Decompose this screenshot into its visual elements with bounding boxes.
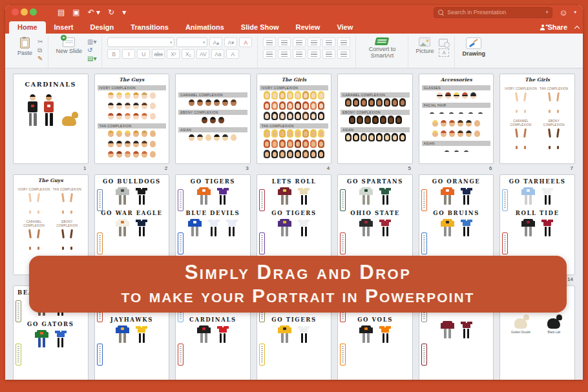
font-size-combo[interactable]: ▾ [176,37,207,47]
gtop [381,221,389,226]
shrink-font-button[interactable]: A▾ [224,37,237,47]
share-button[interactable]: Share [540,23,567,31]
share-person-icon [540,28,545,30]
copy-icon[interactable]: ⧉ [37,47,43,54]
slide-thumbnail-6[interactable]: AccessoriesGLASSESFACIAL HAIRASIAN [419,74,494,164]
align-text-icon[interactable] [337,49,350,59]
tab-home[interactable]: Home [9,21,46,34]
armbar [556,92,560,101]
gface [376,98,383,107]
bullets-icon[interactable] [263,37,276,47]
cell: CARAMEL COMPLEXIONEBONY COMPLEXIONASIAN5 [337,74,413,174]
numbering-icon[interactable] [278,37,291,47]
cell: The GuysIVORY COMPLEXIONTAN COMPLEXION2 [94,74,170,174]
close-button[interactable] [12,8,19,15]
font-button-6[interactable]: AV [196,49,209,59]
complexion-label: TAN COMPLEXION [50,188,83,192]
tab-review[interactable]: Review [288,21,329,34]
tab-insert[interactable]: Insert [46,21,82,34]
tab-view[interactable]: View [328,21,361,34]
reset-icon[interactable]: ↺ [87,47,96,54]
gtop [381,327,389,333]
gface [302,91,309,99]
grow-font-button[interactable]: A▴ [209,37,222,47]
gface [271,112,278,120]
format-painter-icon[interactable]: ✎ [37,56,43,62]
undo-icon[interactable]: ↶ ▾ [88,8,100,16]
slide-script-title: The Girls [500,74,574,84]
leg [383,195,384,205]
section-icon[interactable]: ▤▾ [87,56,96,62]
decor [446,189,449,192]
align-center-icon[interactable] [278,49,291,59]
handbar [557,146,559,149]
align-right-icon[interactable] [293,49,306,59]
leg [362,333,365,343]
team-title: GO TIGERS [257,207,331,218]
save-icon[interactable]: ▣ [72,8,79,16]
align-left-icon[interactable] [263,49,276,59]
tab-transitions[interactable]: Transitions [122,21,177,34]
text-box-icon[interactable]: A [439,48,449,57]
layout-icon[interactable]: ▥▾ [87,39,96,45]
font-button-4[interactable]: X² [167,49,180,59]
slide-thumbnail-5[interactable]: CARAMEL COMPLEXIONEBONY COMPLEXIONASIAN [337,74,413,164]
font-button-1[interactable]: I [122,49,135,59]
university-side-tag [421,189,427,211]
feedback-smiley-icon[interactable]: ☺ [559,8,567,17]
collapse-ribbon-icon[interactable] [574,25,580,30]
leg [58,338,59,347]
section-label: FACIAL HAIR [422,103,491,108]
gface [345,98,352,107]
decor [265,152,269,157]
legs [543,195,551,205]
gface [295,129,301,138]
font-button-7[interactable]: Aa [211,49,224,59]
tab-animations[interactable]: Animations [177,21,233,34]
leg [367,333,370,343]
legs [381,333,389,343]
search-box[interactable]: ▾ [434,7,552,18]
slide-thumbnail-2[interactable]: The GuysIVORY COMPLEXIONTAN COMPLEXION [94,74,170,164]
drawing-button[interactable]: Drawing [460,37,487,57]
leg [139,333,141,343]
indent-increase-icon[interactable] [308,37,320,47]
slide-thumbnail-1[interactable]: CARDINALS [13,74,89,164]
minimize-button[interactable] [21,8,28,15]
leg [467,195,469,205]
banner-line-1: Simply Drag and Drop [185,261,412,284]
font-button-5[interactable]: X₂ [182,49,194,59]
cut-icon[interactable]: ✂ [37,39,43,45]
tab-slide-show[interactable]: Slide Show [233,21,288,34]
text-direction-icon[interactable] [322,49,335,59]
zoom-button[interactable] [30,8,37,15]
handbar [557,110,559,113]
font-name-combo[interactable]: ▾ [107,37,174,47]
slide-thumbnail-7[interactable]: The GirlsIVORY COMPLEXIONTAN COMPLEXIONC… [499,74,575,164]
picture-button[interactable]: Picture [414,37,436,55]
clear-formatting-button[interactable]: A [239,37,252,47]
leg [301,195,303,205]
frow [176,133,250,143]
redo-icon[interactable]: ↻ [108,8,114,16]
slide-thumbnail-3[interactable]: CARAMEL COMPLEXIONEBONY COMPLEXIONASIAN [175,74,251,164]
shapes-icon[interactable] [439,39,448,46]
line-spacing-icon[interactable] [322,37,335,47]
banner-line-2: to make your Portrait in Powerpoint [121,284,475,307]
search-input[interactable] [446,8,543,16]
columns-icon[interactable] [337,37,350,47]
indent-decrease-icon[interactable] [293,37,306,47]
guy-outfit [443,187,452,205]
font-button-2[interactable]: U [137,49,150,59]
font-button-0[interactable]: B [107,49,120,59]
font-button-3[interactable]: abc [152,49,165,59]
convert-smartart-button[interactable]: Convert to SmartArt [361,37,403,60]
justify-icon[interactable] [308,49,320,59]
paste-button[interactable]: Paste [16,37,34,57]
new-slide-button[interactable]: New Slide [54,37,84,56]
slide-thumbnail-4[interactable]: The GirlsIVORY COMPLEXIONTAN COMPLEXION [257,74,332,164]
tab-design[interactable]: Design [82,21,123,34]
font-button-8[interactable]: A [226,49,239,59]
toolbar-options-icon[interactable]: ▾ [122,8,126,16]
show-toolbar-icon[interactable]: ▤ [58,8,65,16]
